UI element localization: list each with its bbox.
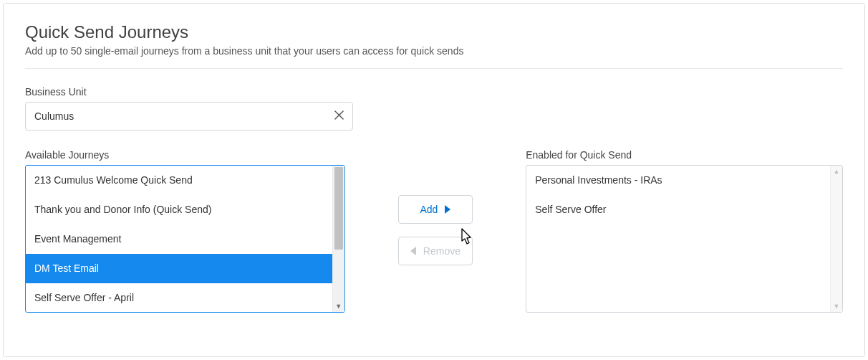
enabled-journeys-listbox[interactable]: Personal Investments - IRAsSelf Serve Of… — [526, 165, 843, 313]
scrollbar: ▲ ▼ — [830, 166, 842, 312]
chevron-left-icon — [410, 247, 416, 255]
business-unit-label: Business Unit — [25, 86, 843, 98]
available-journeys-listbox[interactable]: 213 Cumulus Welcome Quick SendThank you … — [25, 165, 345, 313]
business-unit-field-wrap — [25, 102, 353, 131]
available-journeys-label: Available Journeys — [25, 149, 345, 161]
list-item[interactable]: Self Serve Offer — [526, 195, 830, 224]
remove-button-label: Remove — [423, 245, 460, 257]
clear-button[interactable] — [330, 108, 347, 125]
list-item[interactable]: Self Serve Offer - April — [26, 283, 332, 312]
scrollbar[interactable]: ▼ — [332, 166, 344, 312]
scroll-down-icon: ▼ — [333, 303, 344, 310]
quick-send-panel: Quick Send Journeys Add up to 50 single-… — [3, 3, 865, 357]
list-item[interactable]: 213 Cumulus Welcome Quick Send — [26, 166, 332, 195]
scrollbar-thumb[interactable] — [334, 167, 343, 250]
close-icon — [334, 110, 344, 122]
add-button[interactable]: Add — [398, 195, 473, 224]
add-button-label: Add — [420, 204, 438, 215]
scroll-up-icon: ▲ — [831, 168, 842, 175]
scroll-down-icon: ▼ — [831, 303, 842, 310]
page-subtitle: Add up to 50 single-email journeys from … — [25, 45, 843, 69]
page-title: Quick Send Journeys — [25, 22, 843, 42]
list-item[interactable]: Thank you and Donor Info (Quick Send) — [26, 195, 332, 224]
list-item[interactable]: Event Management — [26, 224, 332, 254]
enabled-journeys-label: Enabled for Quick Send — [526, 149, 843, 161]
remove-button[interactable]: Remove — [398, 237, 473, 265]
chevron-right-icon — [445, 205, 450, 214]
business-unit-input[interactable] — [25, 102, 353, 131]
list-item[interactable]: DM Test Email — [26, 254, 332, 283]
list-item[interactable]: Personal Investments - IRAs — [526, 166, 830, 195]
